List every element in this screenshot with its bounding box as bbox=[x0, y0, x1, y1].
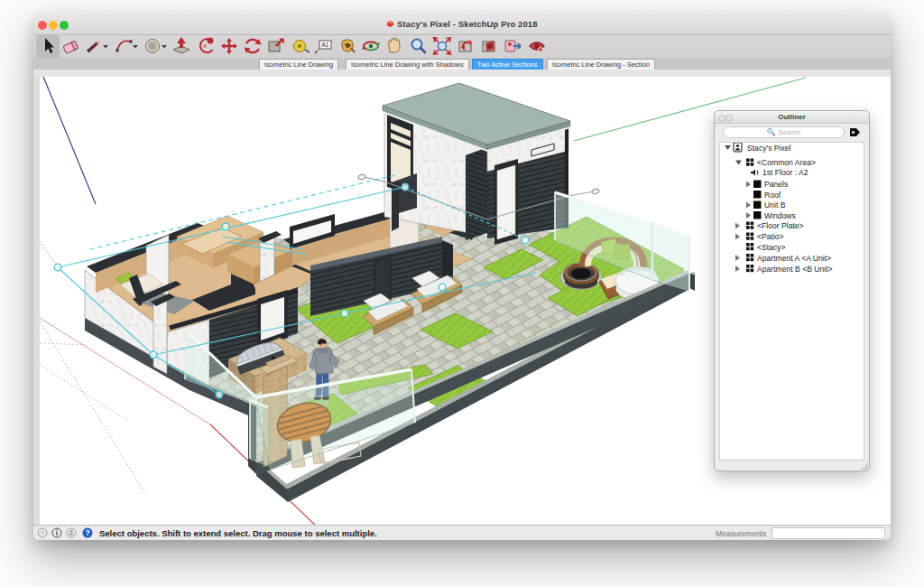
svg-text:Stacy's Pixel: Stacy's Pixel bbox=[747, 144, 791, 153]
svg-text:Unit B: Unit B bbox=[764, 200, 786, 210]
svg-text:Windows: Windows bbox=[764, 211, 796, 220]
svg-text:1st Floor : A2: 1st Floor : A2 bbox=[762, 168, 808, 177]
svg-text:i: i bbox=[56, 528, 58, 537]
svg-text:Apartment A <A Unit>: Apartment A <A Unit> bbox=[757, 254, 831, 263]
svg-text:Roof: Roof bbox=[764, 191, 781, 200]
svg-text:Panels: Panels bbox=[764, 180, 788, 189]
svg-text:Apartment B <B Unit>: Apartment B <B Unit> bbox=[757, 265, 833, 274]
svg-text:?: ? bbox=[85, 528, 89, 537]
svg-text:<Patio>: <Patio> bbox=[757, 232, 784, 241]
svg-text:?: ? bbox=[41, 529, 45, 537]
svg-text:<Floor Plate>: <Floor Plate> bbox=[757, 221, 804, 230]
svg-text:<Stacy>: <Stacy> bbox=[757, 243, 786, 252]
svg-text:<Common Area>: <Common Area> bbox=[757, 158, 816, 167]
svg-text:A1: A1 bbox=[322, 42, 329, 48]
